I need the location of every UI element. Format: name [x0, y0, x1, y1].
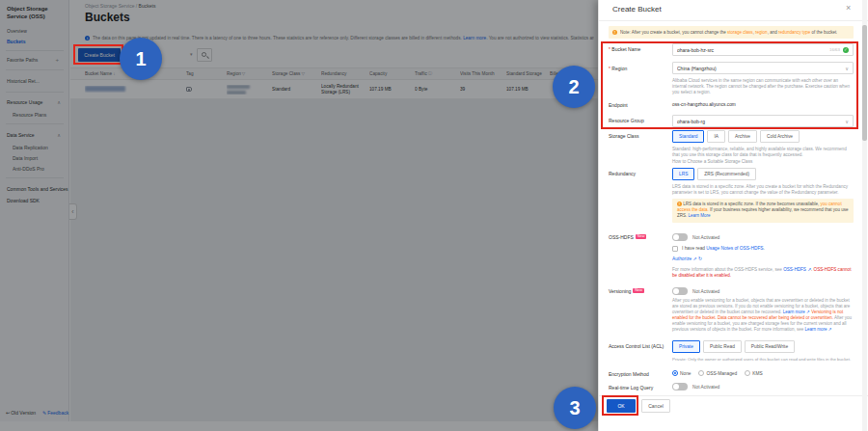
oss-hdfs-label: OSS-HDFSNew: [609, 234, 670, 240]
storage-class-label: Storage Class: [609, 133, 670, 139]
create-bucket-drawer: Create Bucket × ! Note: After you create…: [598, 0, 868, 431]
radio-none[interactable]: None: [672, 370, 691, 376]
log-query-toggle[interactable]: [672, 383, 688, 391]
region-label: Region: [609, 66, 670, 71]
versioning-toggle-label: Not Activated: [692, 289, 719, 294]
step-circle-1: 1: [120, 38, 162, 80]
option-standard[interactable]: Standard: [672, 130, 704, 143]
bucket-name-input[interactable]: ohara-bob-hz-src 16/63 ✓: [672, 43, 854, 56]
learn-more-link[interactable]: Learn more: [783, 310, 805, 314]
option-public-read-write[interactable]: Public Read/Write: [745, 340, 795, 353]
option-archive[interactable]: Archive: [728, 130, 757, 143]
note-icon: !: [612, 30, 617, 35]
bucket-name-label: Bucket Name: [609, 46, 670, 52]
log-query-label: Real-time Log Query: [609, 385, 670, 391]
oss-hdfs-checkbox-label: I have read Usage Notes of OSS-HDFS.: [682, 246, 765, 251]
option-public-read[interactable]: Public Read: [703, 340, 742, 353]
radio-oss-managed[interactable]: OSS-Managed: [698, 370, 737, 376]
cancel-button[interactable]: Cancel: [641, 399, 670, 413]
redundancy-type-link[interactable]: redundancy type: [778, 30, 810, 35]
endpoint-label: Endpoint: [609, 102, 670, 108]
char-counter: 16/63: [829, 47, 840, 52]
chevron-down-icon: ∨: [845, 119, 849, 124]
storage-class-options: Standard IA Archive Cold Archive: [672, 130, 854, 143]
resource-group-select[interactable]: ohara-bob-rg ∨: [672, 115, 854, 127]
versioning-label: VersioningNew: [609, 288, 670, 294]
oss-hdfs-help: For more information about the OSS-HDFS …: [672, 267, 854, 279]
oss-hdfs-checkbox[interactable]: [672, 246, 678, 252]
log-query-toggle-label: Not Activated: [692, 385, 719, 390]
radio-icon: [672, 370, 678, 376]
learn-more-link[interactable]: Learn More: [689, 213, 711, 218]
oss-console-screen: Object Storage Service (OSS) Overview Bu…: [0, 0, 868, 431]
option-cold-archive[interactable]: Cold Archive: [760, 130, 800, 143]
option-zrs[interactable]: ZRS (Recommended): [697, 168, 756, 180]
region-select[interactable]: China (Hangzhou) ∨: [672, 62, 854, 74]
acl-help: Private: Only the owner or authorized us…: [672, 357, 854, 363]
modal-backdrop: [0, 0, 598, 431]
redundancy-label: Redundancy: [609, 171, 670, 176]
external-link-icon: ↗: [827, 327, 832, 332]
radio-kms[interactable]: KMS: [745, 370, 762, 376]
new-badge: New: [636, 234, 647, 239]
storage-class-guide-link[interactable]: How to Choose a Suitable Storage Class: [672, 159, 854, 165]
external-link-icon[interactable]: ↗: [693, 256, 697, 261]
learn-more-link[interactable]: Learn more: [805, 327, 827, 332]
region-help: Alibaba Cloud services in the same regio…: [672, 78, 854, 96]
drawer-title: Create Bucket: [612, 5, 662, 13]
drawer-scrollbar-thumb[interactable]: [862, 25, 867, 141]
region-link[interactable]: region: [755, 30, 768, 35]
usage-notes-link[interactable]: Usage Notes of OSS-HDFS: [706, 246, 763, 251]
redundancy-options: LRS ZRS (Recommended): [672, 168, 854, 180]
oss-hdfs-link[interactable]: OSS-HDFS: [783, 267, 806, 272]
authorize-row: Authorize ↗ ↻: [672, 256, 702, 261]
option-lrs[interactable]: LRS: [672, 168, 694, 180]
close-icon[interactable]: ×: [846, 3, 851, 13]
storage-class-help: Standard: high-performance, reliable, an…: [672, 147, 854, 158]
chevron-down-icon: ∨: [845, 66, 849, 71]
step-circle-3: 3: [554, 387, 596, 429]
radio-icon: [698, 370, 704, 376]
divider: [599, 395, 868, 396]
acl-options: Private Public Read Public Read/Write: [672, 340, 854, 353]
divider: [599, 20, 868, 21]
option-ia[interactable]: IA: [707, 130, 725, 143]
oss-hdfs-toggle-label: Not Activated: [692, 235, 719, 240]
valid-check-icon: ✓: [843, 47, 849, 53]
warning-icon: !: [677, 202, 682, 206]
note-banner: ! Note: After you create a bucket, you c…: [609, 26, 854, 39]
authorize-link[interactable]: Authorize: [672, 256, 692, 261]
note-text: Note: After you create a bucket, you can…: [620, 30, 837, 35]
ok-button[interactable]: OK: [607, 399, 636, 413]
option-private[interactable]: Private: [672, 340, 700, 353]
radio-icon: [745, 370, 750, 376]
lrs-warning-box: ! LRS data is stored in a specific zone.…: [672, 199, 854, 223]
storage-class-link[interactable]: storage class: [727, 30, 753, 35]
oss-hdfs-toggle[interactable]: [672, 233, 688, 241]
resource-group-label: Resource Group: [609, 118, 670, 123]
encryption-options: None OSS-Managed KMS: [672, 370, 763, 376]
encryption-label: Encryption Method: [609, 371, 670, 377]
redundancy-help: LRS data is stored in a specific zone. A…: [672, 184, 854, 196]
endpoint-value: oss-cn-hangzhou.aliyuncs.com: [672, 102, 854, 107]
new-badge: New: [633, 288, 644, 293]
acl-label: Access Control List (ACL): [609, 343, 670, 349]
refresh-icon[interactable]: ↻: [698, 256, 702, 261]
versioning-toggle[interactable]: [672, 287, 688, 295]
drawer-scrollbar-track: [862, 0, 867, 431]
step-circle-2: 2: [553, 66, 595, 108]
versioning-help: After you enable versioning for a bucket…: [672, 298, 854, 333]
